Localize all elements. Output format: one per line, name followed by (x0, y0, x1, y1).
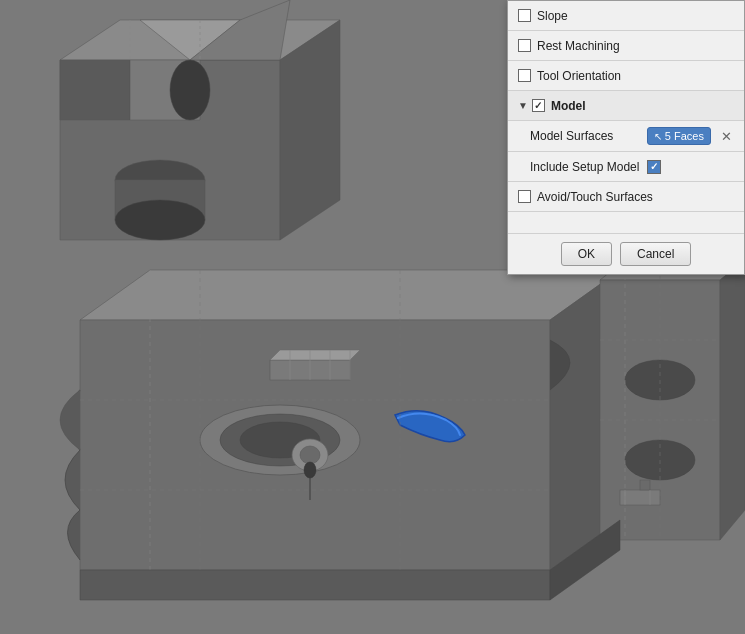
svg-marker-42 (80, 570, 550, 600)
svg-point-10 (115, 200, 205, 240)
include-setup-label: Include Setup Model (530, 160, 639, 174)
svg-point-11 (170, 60, 210, 120)
model-collapse-arrow[interactable]: ▼ (518, 100, 528, 111)
svg-marker-35 (720, 260, 745, 540)
rest-machining-label: Rest Machining (537, 39, 620, 53)
svg-marker-23 (270, 350, 360, 360)
include-setup-checkbox[interactable] (647, 160, 661, 174)
model-surfaces-label: Model Surfaces (530, 129, 613, 143)
model-surfaces-button[interactable]: ↖ 5 Faces (647, 127, 711, 145)
tool-orientation-row: Tool Orientation (508, 61, 744, 91)
dialog-footer: OK Cancel (508, 233, 744, 274)
svg-marker-4 (60, 60, 130, 120)
slope-label: Slope (537, 9, 568, 23)
tool-orientation-label: Tool Orientation (537, 69, 621, 83)
slope-checkbox[interactable] (518, 9, 531, 22)
slope-row: Slope (508, 1, 744, 31)
svg-point-48 (304, 462, 316, 478)
avoid-surfaces-row: Avoid/Touch Surfaces (508, 182, 744, 212)
avoid-surfaces-checkbox[interactable] (518, 190, 531, 203)
model-label: Model (551, 99, 586, 113)
surfaces-count-label: 5 Faces (665, 130, 704, 142)
svg-rect-39 (640, 480, 650, 490)
svg-rect-38 (620, 490, 660, 505)
rest-machining-row: Rest Machining (508, 31, 744, 61)
svg-point-21 (300, 446, 320, 464)
surfaces-clear-button[interactable]: ✕ (719, 129, 734, 144)
avoid-surfaces-label: Avoid/Touch Surfaces (537, 190, 653, 204)
svg-marker-14 (80, 270, 620, 320)
options-dialog: Slope Rest Machining Tool Orientation ▼ … (507, 0, 745, 275)
ok-button[interactable]: OK (561, 242, 612, 266)
cancel-button[interactable]: Cancel (620, 242, 691, 266)
rest-machining-checkbox[interactable] (518, 39, 531, 52)
include-setup-row: Include Setup Model (508, 152, 744, 182)
tool-orientation-checkbox[interactable] (518, 69, 531, 82)
model-checkbox[interactable] (532, 99, 545, 112)
cursor-icon: ↖ (654, 131, 662, 142)
model-section-header: ▼ Model (508, 91, 744, 121)
model-surfaces-row: Model Surfaces ↖ 5 Faces ✕ (508, 121, 744, 152)
